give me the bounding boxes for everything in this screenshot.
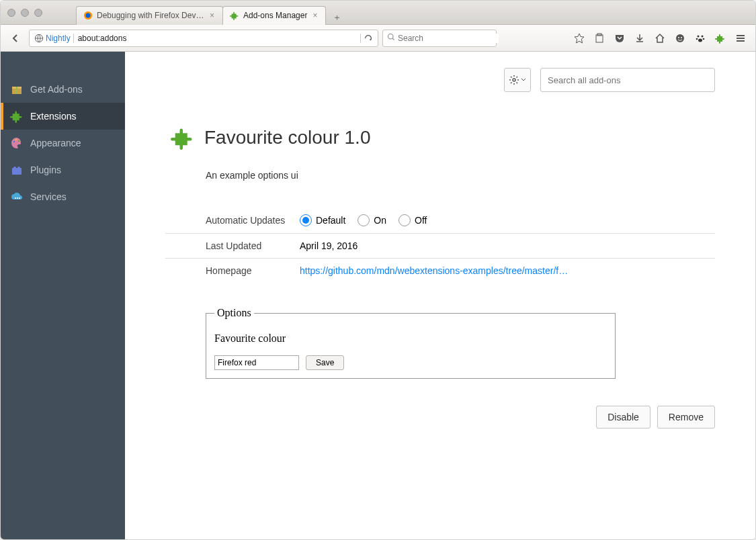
nav-toolbar: Nightly about:addons: [1, 25, 755, 52]
addons-button[interactable]: [711, 30, 730, 47]
updates-option-default[interactable]: Default: [300, 214, 345, 226]
tab-strip: Debugging with Firefox Develop… × Add-on…: [49, 1, 749, 25]
puzzle-icon: [10, 109, 24, 123]
downloads-button[interactable]: [630, 30, 649, 47]
addon-title: Favourite colour 1.0: [204, 127, 370, 148]
updates-label: Automatic Updates: [165, 208, 300, 234]
svg-rect-20: [12, 168, 22, 175]
sidebar-item-extensions[interactable]: Extensions: [1, 103, 125, 130]
addon-actions: Disable Remove: [165, 406, 715, 429]
svg-point-17: [13, 141, 15, 142]
svg-rect-16: [16, 87, 17, 94]
pocket-button[interactable]: [610, 30, 629, 47]
sidebar-item-get-addons[interactable]: Get Add-ons: [1, 76, 125, 103]
tab-debugging[interactable]: Debugging with Firefox Develop… ×: [76, 6, 223, 25]
row-last-updated: Last Updated April 19, 2016: [165, 234, 715, 259]
addon-meta-table: Automatic Updates Default On Off Last Up…: [165, 208, 715, 283]
main: Favourite colour 1.0 An example options …: [125, 52, 755, 539]
svg-point-8: [681, 37, 682, 38]
svg-point-12: [703, 38, 705, 40]
svg-point-9: [698, 35, 700, 37]
svg-point-3: [388, 34, 394, 40]
paw-button[interactable]: [691, 30, 710, 47]
home-button[interactable]: [650, 30, 669, 47]
close-icon[interactable]: ×: [208, 11, 216, 20]
close-dot[interactable]: [7, 9, 15, 17]
sidebar-item-services[interactable]: Services: [1, 183, 125, 210]
svg-point-1: [86, 13, 91, 18]
tab-label: Debugging with Firefox Develop…: [97, 11, 204, 20]
toolbar-icons: [570, 30, 750, 47]
back-button[interactable]: [6, 30, 25, 47]
addon-header: Favourite colour 1.0: [171, 126, 715, 150]
addons-search-input[interactable]: [540, 68, 715, 92]
search-input[interactable]: [398, 34, 499, 43]
addons-top-row: [165, 68, 715, 92]
tab-addons-manager[interactable]: Add-ons Manager ×: [222, 6, 326, 25]
search-bar[interactable]: [382, 30, 497, 47]
svg-point-24: [17, 197, 18, 199]
svg-point-18: [15, 139, 17, 140]
svg-rect-4: [596, 35, 603, 42]
lego-icon: [10, 163, 24, 177]
close-icon[interactable]: ×: [311, 11, 319, 20]
updates-option-on[interactable]: On: [358, 214, 386, 226]
tools-menu-button[interactable]: [504, 68, 531, 92]
search-icon: [387, 33, 395, 43]
svg-point-11: [696, 38, 698, 40]
disable-button[interactable]: Disable: [596, 406, 650, 429]
sidebar-item-label: Get Add-ons: [30, 84, 83, 95]
svg-point-6: [676, 34, 684, 42]
options-legend: Options: [214, 307, 254, 319]
url-bar[interactable]: Nightly about:addons: [29, 30, 378, 47]
identity-label: Nightly: [46, 34, 74, 43]
save-button[interactable]: Save: [306, 355, 344, 370]
homepage-label: Homepage: [165, 259, 300, 283]
remove-button[interactable]: Remove: [657, 406, 715, 429]
reload-button[interactable]: [360, 34, 375, 43]
dropdown-icon: [521, 77, 526, 83]
svg-point-25: [19, 197, 20, 199]
sidebar-item-label: Extensions: [30, 111, 76, 122]
last-updated-label: Last Updated: [165, 234, 300, 259]
palette-icon: [10, 136, 24, 150]
sidebar-item-label: Services: [30, 191, 67, 202]
homepage-link[interactable]: https://github.com/mdn/webextensions-exa…: [300, 265, 568, 276]
updates-radio-group: Default On Off: [300, 214, 715, 226]
puzzle-icon: [230, 11, 239, 20]
sidebar-item-label: Plugins: [30, 165, 61, 175]
zoom-dot[interactable]: [34, 9, 42, 17]
cloud-icon: [10, 190, 24, 204]
tab-label: Add-ons Manager: [243, 11, 307, 20]
sidebar: Get Add-ons Extensions Appearance Plugin…: [1, 52, 125, 539]
content: Get Add-ons Extensions Appearance Plugin…: [1, 52, 755, 539]
svg-point-10: [702, 35, 704, 37]
sidebar-item-appearance[interactable]: Appearance: [1, 130, 125, 156]
window: Debugging with Firefox Develop… × Add-on…: [0, 0, 756, 540]
menu-button[interactable]: [731, 30, 750, 47]
globe-icon: [32, 34, 46, 43]
hello-button[interactable]: [671, 30, 689, 47]
last-updated-value: April 19, 2016: [300, 234, 715, 259]
firefox-icon: [83, 11, 93, 20]
titlebar: Debugging with Firefox Develop… × Add-on…: [1, 1, 755, 25]
svg-point-21: [13, 167, 16, 169]
new-tab-button[interactable]: ＋: [329, 10, 344, 25]
updates-option-off[interactable]: Off: [398, 214, 427, 226]
clipboard-button[interactable]: [590, 30, 609, 47]
minimize-dot[interactable]: [21, 9, 29, 17]
svg-point-23: [15, 197, 16, 199]
svg-point-13: [698, 38, 702, 42]
svg-point-22: [17, 167, 20, 169]
traffic-lights: [7, 9, 42, 17]
row-updates: Automatic Updates Default On Off: [165, 208, 715, 234]
option-field-label: Favourite colour: [214, 332, 607, 345]
gift-icon: [10, 83, 24, 96]
row-homepage: Homepage https://github.com/mdn/webexten…: [165, 259, 715, 283]
url-text: about:addons: [78, 34, 360, 43]
favourite-colour-input[interactable]: [214, 355, 299, 370]
svg-point-19: [18, 140, 19, 142]
star-button[interactable]: [570, 30, 589, 47]
sidebar-item-label: Appearance: [30, 138, 81, 148]
sidebar-item-plugins[interactable]: Plugins: [1, 156, 125, 183]
